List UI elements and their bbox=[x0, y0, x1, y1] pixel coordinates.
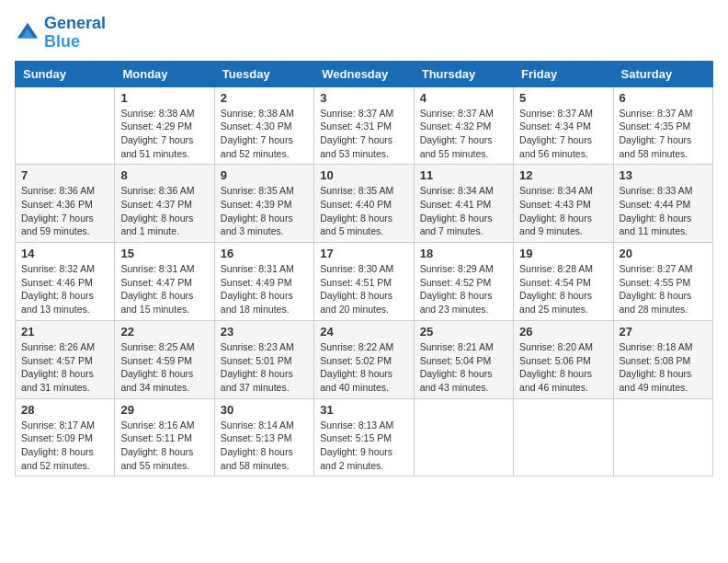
calendar-cell bbox=[16, 86, 115, 165]
day-header-friday: Friday bbox=[514, 61, 613, 86]
day-info: Sunrise: 8:31 AMSunset: 4:47 PMDaylight:… bbox=[120, 262, 208, 316]
day-header-saturday: Saturday bbox=[613, 61, 712, 86]
calendar-cell: 4Sunrise: 8:37 AMSunset: 4:32 PMDaylight… bbox=[414, 86, 513, 165]
day-number: 8 bbox=[120, 168, 208, 182]
day-header-thursday: Thursday bbox=[414, 61, 513, 86]
calendar-cell: 12Sunrise: 8:34 AMSunset: 4:43 PMDayligh… bbox=[514, 165, 613, 243]
calendar-cell: 8Sunrise: 8:36 AMSunset: 4:37 PMDaylight… bbox=[115, 165, 214, 243]
calendar-cell: 29Sunrise: 8:16 AMSunset: 5:11 PMDayligh… bbox=[115, 398, 214, 477]
day-number: 17 bbox=[320, 247, 407, 260]
calendar-body: 1Sunrise: 8:38 AMSunset: 4:29 PMDaylight… bbox=[16, 86, 713, 477]
day-info: Sunrise: 8:34 AMSunset: 4:41 PMDaylight:… bbox=[420, 184, 507, 238]
day-info: Sunrise: 8:36 AMSunset: 4:37 PMDaylight:… bbox=[120, 184, 208, 238]
calendar-cell bbox=[414, 398, 513, 477]
calendar-cell: 24Sunrise: 8:22 AMSunset: 5:02 PMDayligh… bbox=[314, 320, 414, 398]
day-info: Sunrise: 8:36 AMSunset: 4:36 PMDaylight:… bbox=[21, 184, 108, 238]
day-number: 3 bbox=[320, 91, 407, 105]
day-number: 22 bbox=[120, 325, 208, 339]
day-info: Sunrise: 8:21 AMSunset: 5:04 PMDaylight:… bbox=[420, 340, 507, 395]
calendar-cell: 20Sunrise: 8:27 AMSunset: 4:55 PMDayligh… bbox=[613, 243, 712, 321]
calendar-table: SundayMondayTuesdayWednesdayThursdayFrid… bbox=[15, 61, 713, 477]
calendar-cell: 16Sunrise: 8:31 AMSunset: 4:49 PMDayligh… bbox=[214, 243, 313, 321]
logo: General Blue bbox=[15, 15, 106, 52]
day-number: 19 bbox=[519, 247, 607, 260]
day-number: 14 bbox=[21, 247, 108, 260]
day-header-monday: Monday bbox=[115, 61, 214, 86]
day-number: 13 bbox=[620, 168, 707, 182]
calendar-cell: 6Sunrise: 8:37 AMSunset: 4:35 PMDaylight… bbox=[613, 86, 712, 165]
day-header-wednesday: Wednesday bbox=[314, 61, 414, 86]
calendar-cell bbox=[613, 398, 712, 477]
day-info: Sunrise: 8:34 AMSunset: 4:43 PMDaylight:… bbox=[519, 184, 607, 238]
day-number: 26 bbox=[519, 325, 607, 339]
calendar-cell: 23Sunrise: 8:23 AMSunset: 5:01 PMDayligh… bbox=[214, 320, 313, 398]
day-number: 5 bbox=[519, 91, 607, 105]
day-info: Sunrise: 8:22 AMSunset: 5:02 PMDaylight:… bbox=[320, 340, 407, 395]
day-info: Sunrise: 8:17 AMSunset: 5:09 PMDaylight:… bbox=[21, 419, 108, 473]
day-info: Sunrise: 8:38 AMSunset: 4:30 PMDaylight:… bbox=[221, 107, 308, 161]
logo-icon bbox=[15, 20, 40, 46]
day-info: Sunrise: 8:33 AMSunset: 4:44 PMDaylight:… bbox=[620, 184, 707, 238]
calendar-header-row: SundayMondayTuesdayWednesdayThursdayFrid… bbox=[16, 61, 713, 86]
day-info: Sunrise: 8:37 AMSunset: 4:34 PMDaylight:… bbox=[519, 107, 607, 161]
day-number: 28 bbox=[21, 403, 108, 417]
day-number: 2 bbox=[221, 91, 308, 105]
calendar-cell: 3Sunrise: 8:37 AMSunset: 4:31 PMDaylight… bbox=[314, 86, 414, 165]
calendar-cell: 15Sunrise: 8:31 AMSunset: 4:47 PMDayligh… bbox=[115, 243, 214, 321]
day-info: Sunrise: 8:13 AMSunset: 5:15 PMDaylight:… bbox=[320, 419, 407, 473]
day-number: 10 bbox=[320, 168, 407, 182]
calendar-cell: 25Sunrise: 8:21 AMSunset: 5:04 PMDayligh… bbox=[414, 320, 513, 398]
calendar-cell: 7Sunrise: 8:36 AMSunset: 4:36 PMDaylight… bbox=[16, 165, 115, 243]
day-number: 27 bbox=[620, 325, 707, 339]
day-info: Sunrise: 8:27 AMSunset: 4:55 PMDaylight:… bbox=[620, 262, 707, 316]
day-info: Sunrise: 8:23 AMSunset: 5:01 PMDaylight:… bbox=[221, 340, 308, 395]
day-number: 20 bbox=[620, 247, 707, 260]
day-info: Sunrise: 8:37 AMSunset: 4:32 PMDaylight:… bbox=[420, 107, 507, 161]
day-number: 15 bbox=[120, 247, 208, 260]
week-row-5: 28Sunrise: 8:17 AMSunset: 5:09 PMDayligh… bbox=[16, 398, 713, 477]
calendar-cell: 9Sunrise: 8:35 AMSunset: 4:39 PMDaylight… bbox=[214, 165, 313, 243]
day-info: Sunrise: 8:30 AMSunset: 4:51 PMDaylight:… bbox=[320, 262, 407, 316]
calendar-cell: 10Sunrise: 8:35 AMSunset: 4:40 PMDayligh… bbox=[314, 165, 414, 243]
calendar-cell: 2Sunrise: 8:38 AMSunset: 4:30 PMDaylight… bbox=[214, 86, 313, 165]
day-number: 6 bbox=[620, 91, 707, 105]
day-info: Sunrise: 8:14 AMSunset: 5:13 PMDaylight:… bbox=[221, 419, 308, 473]
day-number: 31 bbox=[320, 403, 407, 417]
day-info: Sunrise: 8:35 AMSunset: 4:40 PMDaylight:… bbox=[320, 184, 407, 238]
day-number: 30 bbox=[221, 403, 308, 417]
week-row-3: 14Sunrise: 8:32 AMSunset: 4:46 PMDayligh… bbox=[16, 243, 713, 321]
day-number: 18 bbox=[420, 247, 507, 260]
day-info: Sunrise: 8:25 AMSunset: 4:59 PMDaylight:… bbox=[120, 340, 208, 395]
calendar-cell: 19Sunrise: 8:28 AMSunset: 4:54 PMDayligh… bbox=[514, 243, 613, 321]
calendar-cell: 1Sunrise: 8:38 AMSunset: 4:29 PMDaylight… bbox=[115, 86, 214, 165]
day-info: Sunrise: 8:37 AMSunset: 4:31 PMDaylight:… bbox=[320, 107, 407, 161]
week-row-4: 21Sunrise: 8:26 AMSunset: 4:57 PMDayligh… bbox=[16, 320, 713, 398]
day-info: Sunrise: 8:38 AMSunset: 4:29 PMDaylight:… bbox=[120, 107, 208, 161]
logo-text: General Blue bbox=[44, 15, 106, 52]
calendar-cell: 17Sunrise: 8:30 AMSunset: 4:51 PMDayligh… bbox=[314, 243, 414, 321]
day-header-sunday: Sunday bbox=[16, 61, 115, 86]
calendar-cell: 31Sunrise: 8:13 AMSunset: 5:15 PMDayligh… bbox=[314, 398, 414, 477]
calendar-cell: 30Sunrise: 8:14 AMSunset: 5:13 PMDayligh… bbox=[214, 398, 313, 477]
day-number: 29 bbox=[120, 403, 208, 417]
day-number: 4 bbox=[420, 91, 507, 105]
day-info: Sunrise: 8:31 AMSunset: 4:49 PMDaylight:… bbox=[221, 262, 308, 316]
day-info: Sunrise: 8:20 AMSunset: 5:06 PMDaylight:… bbox=[519, 340, 607, 395]
day-info: Sunrise: 8:18 AMSunset: 5:08 PMDaylight:… bbox=[620, 340, 707, 395]
calendar-cell: 28Sunrise: 8:17 AMSunset: 5:09 PMDayligh… bbox=[16, 398, 115, 477]
day-info: Sunrise: 8:35 AMSunset: 4:39 PMDaylight:… bbox=[221, 184, 308, 238]
day-info: Sunrise: 8:32 AMSunset: 4:46 PMDaylight:… bbox=[21, 262, 108, 316]
calendar-cell: 5Sunrise: 8:37 AMSunset: 4:34 PMDaylight… bbox=[514, 86, 613, 165]
day-header-tuesday: Tuesday bbox=[214, 61, 313, 86]
day-number: 23 bbox=[221, 325, 308, 339]
week-row-1: 1Sunrise: 8:38 AMSunset: 4:29 PMDaylight… bbox=[16, 86, 713, 165]
calendar-cell: 13Sunrise: 8:33 AMSunset: 4:44 PMDayligh… bbox=[613, 165, 712, 243]
calendar-cell bbox=[514, 398, 613, 477]
day-number: 12 bbox=[519, 168, 607, 182]
day-number: 11 bbox=[420, 168, 507, 182]
calendar-cell: 18Sunrise: 8:29 AMSunset: 4:52 PMDayligh… bbox=[414, 243, 513, 321]
day-info: Sunrise: 8:29 AMSunset: 4:52 PMDaylight:… bbox=[420, 262, 507, 316]
calendar-cell: 11Sunrise: 8:34 AMSunset: 4:41 PMDayligh… bbox=[414, 165, 513, 243]
week-row-2: 7Sunrise: 8:36 AMSunset: 4:36 PMDaylight… bbox=[16, 165, 713, 243]
day-number: 25 bbox=[420, 325, 507, 339]
